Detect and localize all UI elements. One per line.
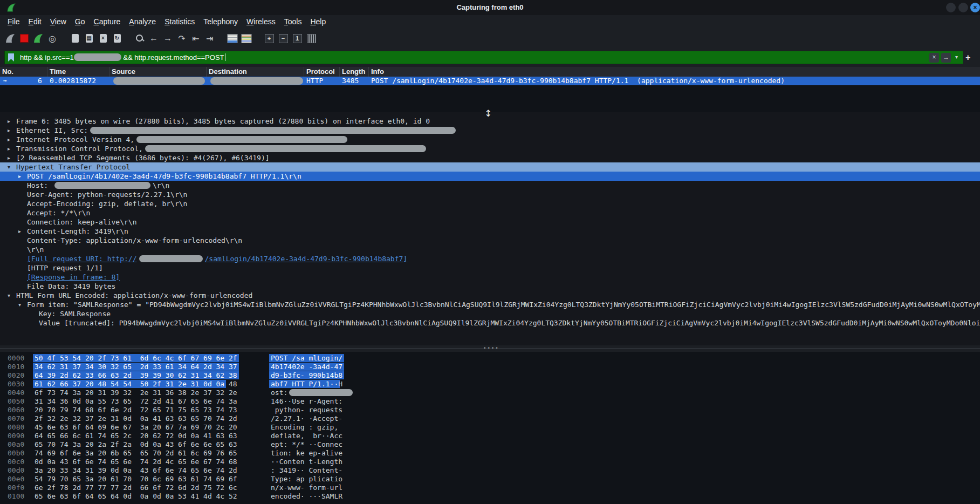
minimize-button[interactable] [946,3,956,12]
menu-help[interactable]: Help [310,17,326,26]
title-bar[interactable]: Capturing from eth0 × [0,0,980,16]
hex-row[interactable]: 00b074 69 6f 6e 3a 20 6b 65 65 70 2d 61 … [0,449,980,458]
menu-view[interactable]: View [50,17,66,26]
detail-row[interactable]: \r\n [0,245,980,254]
toolbar-open-capture-file[interactable] [68,31,82,46]
detail-row[interactable]: File Data: 3419 bytes [0,282,980,291]
detail-row[interactable]: Host: \r\n [0,181,980,190]
detail-row[interactable]: ▸Content-Length: 3419\r\n [0,227,980,236]
hex-row[interactable]: 005031 34 36 0d 0a 55 73 65 72 2d 41 67 … [0,397,980,406]
hex-row[interactable]: 00f06e 2f 78 2d 77 77 77 2d 66 6f 72 6d … [0,483,980,492]
detail-row[interactable]: Accept-Encoding: gzip, deflate, br\r\n [0,199,980,208]
toolbar-go-to-packet[interactable]: ↷ [175,31,189,46]
toolbar-go-back[interactable]: ← [147,31,161,46]
hex-row[interactable]: 00702f 32 2e 32 37 2e 31 0d 0a 41 63 63 … [0,414,980,423]
close-button[interactable]: × [970,3,980,12]
hex-row[interactable]: 000050 4f 53 54 20 2f 73 61 6d 6c 4c 6f … [0,354,980,363]
filter-expression[interactable]: http && ip.src==1 && http.request.method… [20,51,225,64]
detail-row[interactable]: Value [truncated]: PD94bWwgdmVyc2lvbj0iM… [0,318,980,328]
menu-file[interactable]: File [8,17,20,26]
hex-row[interactable]: 00d03a 20 33 34 31 39 0d 0a 43 6f 6e 74 … [0,466,980,475]
menu-telephony[interactable]: Telephony [203,17,238,26]
hex-row[interactable]: 010065 6e 63 6f 64 65 64 0d 0a 0d 0a 53 … [0,492,980,501]
hex-row[interactable]: 00406f 73 74 3a 20 31 39 32 2e 31 36 38 … [0,389,980,397]
toolbar-go-forward[interactable]: → [161,31,175,46]
packet-row-selected[interactable]: → 6 0.002815872 HTTP 3485 POST /samlLogi… [0,77,980,85]
hex-row[interactable]: 001034 62 31 37 34 30 32 65 2d 33 61 34 … [0,363,980,371]
menu-wireless[interactable]: Wireless [246,17,276,26]
menu-analyze[interactable]: Analyze [129,17,156,26]
filter-bookmark-icon[interactable] [8,53,14,62]
detail-row[interactable]: Key: SAMLResponse [0,309,980,318]
detail-row[interactable]: Connection: keep-alive\r\n [0,217,980,227]
collapsed-arrow-icon[interactable]: ▸ [8,135,10,144]
menu-edit[interactable]: Edit [29,17,42,26]
detail-row[interactable]: ▸[2 Reassembled TCP Segments (3686 bytes… [0,153,980,162]
expanded-arrow-icon[interactable]: ▾ [18,300,21,309]
toolbar-go-first-packet[interactable]: ⇤ [189,31,203,46]
hex-row[interactable]: 00e054 79 70 65 3a 20 61 70 70 6c 69 63 … [0,475,980,483]
toolbar-reload-capture-file[interactable]: ↻ [110,31,124,46]
collapsed-arrow-icon[interactable]: ▸ [18,227,21,236]
menu-statistics[interactable]: Statistics [165,17,195,26]
toolbar-colorize-toggle[interactable] [239,31,253,46]
detail-row[interactable]: Content-Type: application/x-www-form-url… [0,236,980,245]
detail-row[interactable]: ▾Form item: "SAMLResponse" = "PD94bWwgdm… [0,300,980,309]
menu-capture[interactable]: Capture [94,17,121,26]
toolbar-zoom-out[interactable]: − [276,31,290,46]
detail-row[interactable]: [Response in frame: 8] [0,273,980,282]
add-filter-button[interactable]: + [965,52,970,63]
toolbar-auto-scroll-toggle[interactable] [225,31,239,46]
toolbar-capture-options[interactable]: ◎ [45,31,59,46]
column-header-time[interactable]: Time [47,67,109,77]
display-filter-input[interactable]: http && ip.src==1 && http.request.method… [4,51,963,64]
toolbar-stop-capture[interactable] [17,31,31,46]
toolbar-go-last-packet[interactable]: ⇥ [203,31,217,46]
collapsed-arrow-icon[interactable]: ▸ [8,126,10,135]
hex-row[interactable]: 00a065 70 74 3a 20 2a 2f 2a 0d 0a 43 6f … [0,440,980,449]
toolbar-normal-size[interactable]: 1 [290,31,304,46]
detail-row[interactable]: Accept: */*\r\n [0,208,980,217]
toolbar-restart-capture[interactable] [31,31,45,46]
hex-row[interactable]: 002064 39 2d 62 33 66 63 2d 39 39 30 62 … [0,371,980,380]
hex-row[interactable]: 00c00d 0a 43 6f 6e 74 65 6e 74 2d 4c 65 … [0,458,980,466]
hex-row[interactable]: 009064 65 66 6c 61 74 65 2c 20 62 72 0d … [0,432,980,440]
detail-row[interactable]: ▾Hypertext Transfer Protocol [0,162,980,172]
toolbar-zoom-in[interactable]: + [262,31,276,46]
filter-clear-icon[interactable]: × [929,53,939,63]
pane-splitter[interactable]: •••• [0,345,980,352]
column-header-source[interactable]: Source [109,67,207,77]
toolbar-start-capture[interactable] [3,31,17,46]
maximize-button[interactable] [958,3,968,12]
collapsed-arrow-icon[interactable]: ▸ [18,172,21,181]
collapsed-arrow-icon[interactable]: ▸ [8,117,10,126]
toolbar-find-packet[interactable] [133,31,147,46]
column-header-destination[interactable]: Destination [207,67,304,77]
expanded-arrow-icon[interactable]: ▾ [8,291,10,300]
collapsed-arrow-icon[interactable]: ▸ [8,144,10,153]
collapsed-arrow-icon[interactable]: ▸ [8,153,10,162]
detail-row[interactable]: [HTTP request 1/1] [0,263,980,273]
splitter-handle[interactable]: •••• [483,346,498,351]
hex-row[interactable]: 006020 70 79 74 68 6f 6e 2d 72 65 71 75 … [0,406,980,414]
hex-row[interactable]: 008045 6e 63 6f 64 69 6e 67 3a 20 67 7a … [0,423,980,432]
detail-row[interactable]: User-Agent: python-requests/2.27.1\r\n [0,190,980,199]
filter-apply-icon[interactable]: → [941,53,951,63]
detail-row[interactable]: ▸POST /samlLogin/4b17402e-3a4d-47d9-b3fc… [0,172,980,181]
column-header-info[interactable]: Info [369,67,980,77]
column-header-no[interactable]: No. [0,67,47,77]
toolbar-close-capture-file[interactable]: × [96,31,110,46]
toolbar-save-capture-file[interactable]: ▤ [82,31,96,46]
column-header-length[interactable]: Length [340,67,369,77]
toolbar-resize-columns[interactable] [304,31,318,46]
filter-dropdown-icon[interactable]: ▾ [955,54,958,60]
menu-tools[interactable]: Tools [284,17,302,26]
hex-row[interactable]: 003061 62 66 37 20 48 54 54 50 2f 31 2e … [0,380,980,389]
detail-row[interactable]: ▸Ethernet II, Src: [0,126,980,135]
detail-row[interactable]: [Full request URI: http:///samlLogin/4b1… [0,254,980,263]
detail-row[interactable]: ▸Transmission Control Protocol, [0,144,980,153]
menu-go[interactable]: Go [75,17,85,26]
detail-row[interactable]: ▾HTML Form URL Encoded: application/x-ww… [0,291,980,300]
expanded-arrow-icon[interactable]: ▾ [8,162,10,172]
column-header-protocol[interactable]: Protocol [304,67,340,77]
